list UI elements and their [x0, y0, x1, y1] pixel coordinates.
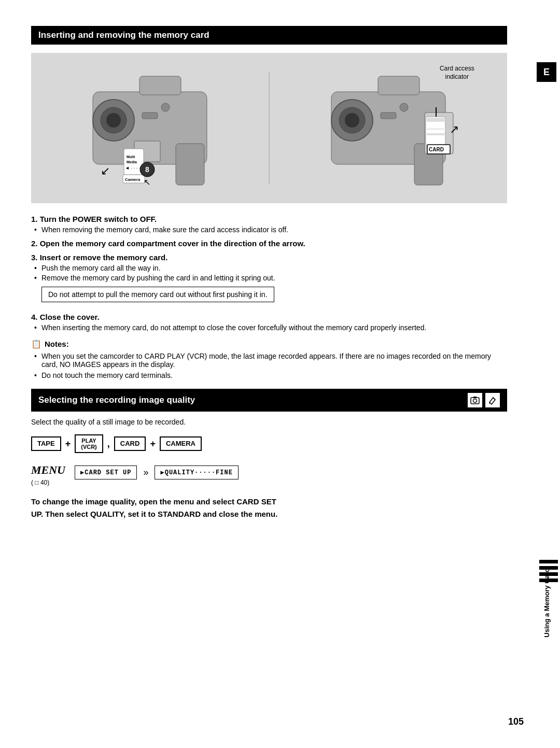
- header-icon-camera: [468, 393, 482, 407]
- svg-text:↙: ↙: [101, 164, 110, 177]
- quality-subtitle: Select the quality of a still image to b…: [31, 418, 507, 426]
- svg-point-22: [345, 113, 359, 128]
- note-icon: 📋: [31, 339, 41, 349]
- svg-rect-4: [176, 144, 204, 185]
- page-container: Inserting and removing the memory card: [0, 0, 560, 748]
- menu-ref: ( □ 40): [31, 479, 49, 486]
- section1-title: Inserting and removing the memory card: [38, 30, 209, 40]
- svg-rect-34: [427, 133, 445, 135]
- bottom-text: To change the image quality, open the me…: [31, 496, 507, 520]
- camera-right-area: CARD ↗ Card access indicator: [311, 61, 477, 195]
- step-1-bullet-1: When removing the memory card, make sure…: [31, 225, 507, 234]
- svg-text:Media: Media: [127, 160, 137, 164]
- camera-illustration-box: Multi Media ◄ · · · · Camera 8 ↙ ↖: [31, 53, 507, 203]
- plus-sign-1: +: [65, 439, 71, 449]
- notes-list: When you set the camcorder to CARD PLAY …: [31, 352, 507, 379]
- vertical-text-container: Using a Memory Card: [533, 551, 560, 655]
- svg-text:CARD: CARD: [429, 147, 444, 152]
- tape-badge: TAPE: [31, 436, 61, 451]
- bottom-text-line2: UP. Then select QUALITY, set it to STAND…: [31, 510, 277, 518]
- svg-point-3: [106, 113, 121, 128]
- notes-section: 📋 Notes: When you set the camcorder to C…: [31, 339, 507, 379]
- card-access-label: Card access indicator: [440, 65, 474, 81]
- step-1-header: 1. Turn the POWER switch to OFF.: [31, 215, 507, 223]
- section1-header: Inserting and removing the memory card: [31, 26, 507, 45]
- svg-point-6: [161, 103, 170, 111]
- menu-item-1: ▶CARD SET UP: [75, 465, 137, 479]
- svg-text:Camera: Camera: [125, 177, 141, 182]
- bottom-text-line1: To change the image quality, open the me…: [31, 497, 276, 506]
- step-1: 1. Turn the POWER switch to OFF. When re…: [31, 215, 507, 234]
- note-1: When you set the camcorder to CARD PLAY …: [31, 352, 507, 369]
- menu-arrow: »: [143, 467, 148, 478]
- header-icons: [468, 393, 500, 407]
- svg-text:↖: ↖: [144, 178, 150, 187]
- step-3-bullet-1: Push the memory card all the way in.: [31, 264, 507, 272]
- step-3-bullet-2: Remove the memory card by pushing the ca…: [31, 274, 507, 282]
- camera-badge: CAMERA: [160, 436, 202, 451]
- step-2-num: 2.: [31, 239, 38, 248]
- svg-point-25: [400, 103, 408, 111]
- sidebar-label: Using a Memory Card: [543, 568, 551, 638]
- svg-rect-33: [427, 128, 445, 130]
- step-1-num: 1.: [31, 215, 38, 223]
- step-4-num: 4.: [31, 313, 38, 321]
- card-badge: CARD: [114, 436, 146, 451]
- step-4: 4. Close the cover. When inserting the m…: [31, 313, 507, 332]
- svg-text:8: 8: [145, 165, 149, 174]
- svg-rect-7: [142, 112, 158, 119]
- svg-text:◄ · · · ·: ◄ · · · ·: [125, 165, 140, 171]
- menu-label: MENU: [31, 463, 65, 477]
- step-2: 2. Open the memory card compartment cove…: [31, 239, 507, 248]
- svg-rect-38: [473, 397, 477, 398]
- menu-row: MENU ( □ 40) ▶CARD SET UP » ▶QUALITY····…: [31, 463, 507, 486]
- step-3-text: Insert or remove the memory card.: [40, 253, 168, 262]
- svg-text:Multi: Multi: [127, 155, 135, 159]
- step-4-bullet-1: When inserting the memory card, do not a…: [31, 323, 507, 332]
- comma-sign: ,: [107, 439, 110, 449]
- plus-sign-2: +: [150, 439, 156, 449]
- svg-text:↗: ↗: [450, 123, 459, 136]
- section2-title: Selecting the recording image quality: [38, 395, 195, 405]
- menu-item-2: ▶QUALITY·····FINE: [155, 465, 238, 479]
- image-divider: [269, 72, 270, 184]
- header-icon-pencil: [485, 393, 500, 407]
- page-number: 105: [508, 716, 524, 727]
- note-2: Do not touch the memory card terminals.: [31, 371, 507, 379]
- main-content: Inserting and removing the memory card: [0, 0, 533, 748]
- step-4-text: Close the cover.: [40, 313, 100, 321]
- svg-rect-24: [378, 76, 419, 95]
- warning-box: Do not attempt to pull the memory card o…: [41, 287, 274, 302]
- step-3-header: 3. Insert or remove the memory card.: [31, 253, 507, 262]
- step-4-header: 4. Close the cover.: [31, 313, 507, 321]
- step-2-header: 2. Open the memory card compartment cove…: [31, 239, 507, 248]
- step-1-text: Turn the POWER switch to OFF.: [40, 215, 157, 223]
- svg-rect-26: [381, 112, 396, 119]
- mode-row: TAPE + PLAY (VCR) , CARD + CAMERA: [31, 434, 507, 453]
- camera-left-illustration: Multi Media ◄ · · · · Camera 8 ↙ ↖: [62, 61, 228, 195]
- notes-header: 📋 Notes:: [31, 339, 507, 349]
- tab-e: E: [537, 62, 556, 82]
- step-3: 3. Insert or remove the memory card. Pus…: [31, 253, 507, 307]
- step-3-num: 3.: [31, 253, 38, 262]
- steps-list: 1. Turn the POWER switch to OFF. When re…: [31, 215, 507, 332]
- svg-rect-32: [427, 118, 445, 122]
- step-2-text: Open the memory card compartment cover i…: [40, 239, 305, 248]
- right-tab: E Using a Memory Card: [533, 0, 560, 748]
- svg-point-37: [473, 399, 477, 403]
- svg-rect-5: [139, 76, 181, 95]
- play-vcr-badge: PLAY (VCR): [75, 434, 103, 453]
- section2-header: Selecting the recording image quality: [31, 389, 507, 412]
